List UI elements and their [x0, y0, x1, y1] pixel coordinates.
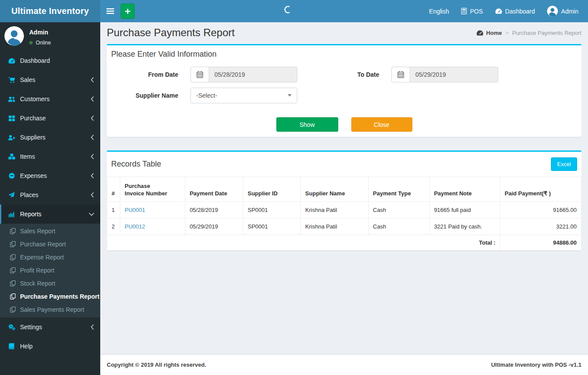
sidebar-subitem-label: Purchase Payments Report [20, 293, 99, 300]
cell-supplier-name: Krishna Patil [301, 218, 368, 235]
records-table: #Purchase Invoice NumberPayment DateSupp… [107, 177, 581, 251]
show-button[interactable]: Show [276, 117, 338, 132]
navbar-item-label: Dashboard [505, 8, 535, 15]
sidebar: Admin Online DashboardSalesCustomersPurc… [0, 22, 100, 375]
sidebar-item-label: Suppliers [20, 134, 45, 141]
column-header: Payment Note [429, 177, 500, 202]
sidebar-subitem-expense-report: Expense Report [0, 251, 100, 264]
column-header: # [107, 177, 120, 202]
sidebar-link-places[interactable]: Places [0, 185, 100, 205]
page-title: Purchase Payments Report [107, 27, 235, 39]
column-header: Supplier ID [243, 177, 301, 202]
filter-box: Please Enter Valid Information From Date… [107, 44, 581, 137]
main-footer: Copyright © 2019 All rights reserved. Ul… [100, 354, 588, 375]
sidebar-subitem-stock-report: Stock Report [0, 277, 100, 290]
table-header-row: #Purchase Invoice NumberPayment DateSupp… [107, 177, 581, 202]
invoice-link[interactable]: PU0012 [125, 223, 145, 230]
navbar-item-dashboard[interactable]: Dashboard [489, 0, 541, 22]
sidebar-item-dashboard: Dashboard [0, 51, 100, 70]
navbar-item-admin[interactable]: Admin [541, 0, 585, 22]
main-area: Purchase Payments Report Home > Purchase… [100, 22, 588, 375]
breadcrumb-separator: > [505, 30, 509, 36]
cell-payment-type: Cash [368, 202, 429, 218]
sidebar-sublink-sales-payments-report[interactable]: Sales Payments Report [0, 303, 100, 316]
total-label: Total : [107, 235, 500, 251]
sidebar-item-label: Expenses [20, 172, 47, 179]
copy-icon [9, 254, 17, 260]
total-row: Total : 94886.00 [107, 235, 581, 251]
close-button[interactable]: Close [351, 117, 412, 132]
brand-logo[interactable]: Ultimate Inventory [0, 0, 100, 22]
navbar-item-pos[interactable]: POS [455, 0, 489, 22]
user-plus-icon [7, 135, 16, 140]
from-date-input[interactable] [209, 67, 297, 82]
sidebar-item-label: Places [20, 191, 38, 198]
to-date-input[interactable] [410, 67, 498, 82]
sidebar-toggle-button[interactable] [100, 0, 120, 22]
sidebar-link-settings[interactable]: Settings [0, 317, 100, 337]
copy-icon [9, 307, 17, 313]
cubes-icon [7, 153, 16, 160]
dashboard-icon [495, 8, 502, 14]
sidebar-sublink-expense-report[interactable]: Expense Report [0, 251, 100, 264]
sidebar-sublink-stock-report[interactable]: Stock Report [0, 277, 100, 290]
calendar-icon [190, 67, 209, 82]
filter-box-title: Please Enter Valid Information [107, 45, 581, 59]
breadcrumb: Home > Purchase Payments Report [476, 30, 581, 36]
excel-export-button[interactable]: Excel [551, 157, 577, 171]
online-status-icon [29, 41, 33, 44]
cell-payment-note: 91665 full paid [429, 202, 500, 218]
sidebar-link-sales[interactable]: Sales [0, 70, 100, 89]
supplier-name-label: Supplier Name [111, 92, 190, 99]
sidebar-item-places: Places [0, 185, 100, 205]
chevron-down-icon [89, 212, 94, 216]
total-value: 94886.00 [500, 235, 581, 251]
sidebar-item-label: Items [20, 153, 35, 160]
navbar-main: EnglishPOSDashboardAdmin [100, 0, 588, 22]
filter-form: From Date To Date Supplier Name -Select- [111, 67, 577, 103]
supplier-select[interactable]: -Select- [190, 88, 297, 103]
sidebar-item-label: Reports [20, 211, 41, 218]
sidebar-link-dashboard[interactable]: Dashboard [0, 51, 100, 70]
quick-add-button[interactable] [121, 3, 135, 19]
sidebar-subitem-label: Stock Report [20, 280, 55, 287]
navbar-right-menu: EnglishPOSDashboardAdmin [423, 0, 588, 22]
from-date-label: From Date [111, 71, 190, 78]
user-status[interactable]: Online [29, 40, 51, 46]
sidebar-item-sales: Sales [0, 70, 100, 89]
sidebar-sublink-sales-report[interactable]: Sales Report [0, 225, 100, 238]
grid-icon [7, 116, 16, 121]
sidebar-link-purchase[interactable]: Purchase [0, 109, 100, 128]
from-date-group [190, 67, 297, 82]
sidebar-link-expenses[interactable]: Expenses [0, 166, 100, 185]
version-text: Ultimate Inventory with POS -v1.1 [491, 361, 581, 368]
navbar-item-language[interactable]: English [423, 0, 455, 22]
sidebar-item-purchase: Purchase [0, 109, 100, 128]
cell-payment-type: Cash [368, 218, 429, 235]
top-navbar: Ultimate Inventory EnglishPOSDashboardAd… [0, 0, 588, 22]
records-box: Records Table Excel #Purchase Invoice Nu… [107, 150, 581, 251]
sidebar-link-customers[interactable]: Customers [0, 89, 100, 109]
chevron-left-icon [90, 116, 94, 121]
sidebar-subitem-label: Expense Report [20, 254, 64, 261]
column-header: Paid Payment(₹ ) [500, 177, 581, 202]
user-status-label: Online [36, 40, 51, 46]
to-date-label: To Date [307, 71, 391, 78]
records-box-title: Records Table [111, 160, 161, 169]
users-icon [7, 96, 16, 102]
caret-down-icon [288, 94, 292, 97]
calendar-icon [391, 67, 410, 82]
sidebar-link-help[interactable]: Help [0, 337, 100, 356]
cell-supplier-id: SP0001 [243, 202, 301, 218]
breadcrumb-home-link[interactable]: Home [476, 30, 502, 36]
copyright-text: Copyright © 2019 All rights reserved. [107, 361, 206, 368]
navbar-item-label: English [429, 8, 449, 15]
sidebar-sublink-purchase-payments-report[interactable]: Purchase Payments Report [0, 290, 100, 303]
sidebar-sublink-purchase-report[interactable]: Purchase Report [0, 238, 100, 251]
sidebar-sublink-profit-report[interactable]: Profit Report [0, 264, 100, 277]
sidebar-link-items[interactable]: Items [0, 147, 100, 166]
sidebar-link-suppliers[interactable]: Suppliers [0, 128, 100, 147]
cell-index: 2 [107, 218, 120, 235]
sidebar-link-reports[interactable]: Reports [0, 205, 100, 224]
invoice-link[interactable]: PU0001 [125, 207, 145, 213]
